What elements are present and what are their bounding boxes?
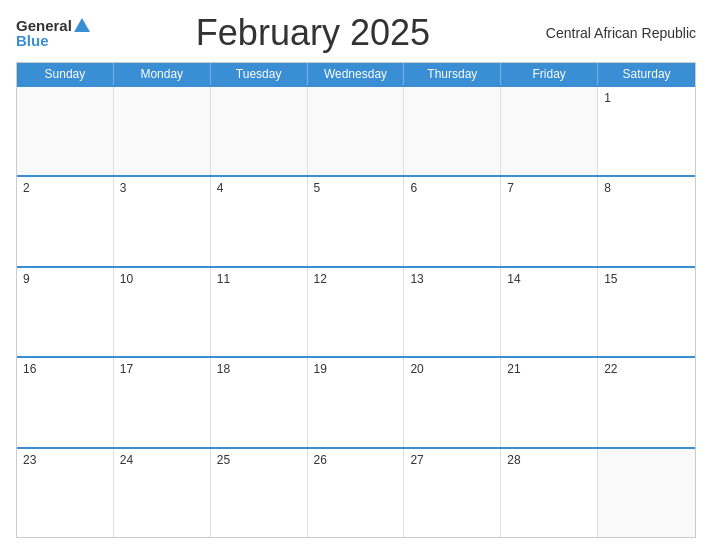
day-header: Thursday — [404, 63, 501, 85]
day-number: 8 — [604, 181, 611, 195]
day-number: 5 — [314, 181, 321, 195]
day-number: 25 — [217, 453, 230, 467]
day-cell: 23 — [17, 449, 114, 537]
day-number: 11 — [217, 272, 230, 286]
day-cell: 3 — [114, 177, 211, 265]
country-label: Central African Republic — [536, 25, 696, 41]
day-number: 24 — [120, 453, 133, 467]
day-cell — [308, 87, 405, 175]
day-number: 10 — [120, 272, 133, 286]
header: General Blue February 2025 Central Afric… — [16, 12, 696, 54]
day-number: 20 — [410, 362, 423, 376]
day-header: Tuesday — [211, 63, 308, 85]
day-cell: 18 — [211, 358, 308, 446]
day-number: 14 — [507, 272, 520, 286]
day-cell: 17 — [114, 358, 211, 446]
day-number: 13 — [410, 272, 423, 286]
day-number: 18 — [217, 362, 230, 376]
week-row: 1 — [17, 85, 695, 175]
logo-triangle-icon — [74, 18, 90, 32]
day-cell — [501, 87, 598, 175]
day-header: Wednesday — [308, 63, 405, 85]
day-number: 17 — [120, 362, 133, 376]
day-number: 26 — [314, 453, 327, 467]
day-cell: 10 — [114, 268, 211, 356]
logo-blue-text: Blue — [16, 33, 49, 48]
day-cell: 8 — [598, 177, 695, 265]
day-cell — [211, 87, 308, 175]
day-cell: 11 — [211, 268, 308, 356]
day-number: 2 — [23, 181, 30, 195]
day-number: 15 — [604, 272, 617, 286]
day-cell: 7 — [501, 177, 598, 265]
week-row: 232425262728 — [17, 447, 695, 537]
day-header: Saturday — [598, 63, 695, 85]
day-number: 22 — [604, 362, 617, 376]
day-cell — [17, 87, 114, 175]
day-header: Sunday — [17, 63, 114, 85]
day-cell: 20 — [404, 358, 501, 446]
day-cell — [404, 87, 501, 175]
day-number: 21 — [507, 362, 520, 376]
day-number: 27 — [410, 453, 423, 467]
day-cell: 25 — [211, 449, 308, 537]
day-cell: 26 — [308, 449, 405, 537]
day-number: 1 — [604, 91, 611, 105]
day-cell — [598, 449, 695, 537]
day-cell: 6 — [404, 177, 501, 265]
day-number: 12 — [314, 272, 327, 286]
week-row: 16171819202122 — [17, 356, 695, 446]
day-cell: 12 — [308, 268, 405, 356]
page: General Blue February 2025 Central Afric… — [0, 0, 712, 550]
day-cell: 5 — [308, 177, 405, 265]
day-cell: 28 — [501, 449, 598, 537]
day-cell: 19 — [308, 358, 405, 446]
day-cell: 13 — [404, 268, 501, 356]
day-header: Friday — [501, 63, 598, 85]
day-number: 19 — [314, 362, 327, 376]
week-row: 2345678 — [17, 175, 695, 265]
day-headers-row: SundayMondayTuesdayWednesdayThursdayFrid… — [17, 63, 695, 85]
day-number: 6 — [410, 181, 417, 195]
day-header: Monday — [114, 63, 211, 85]
day-cell: 14 — [501, 268, 598, 356]
day-cell: 24 — [114, 449, 211, 537]
week-row: 9101112131415 — [17, 266, 695, 356]
day-cell: 22 — [598, 358, 695, 446]
day-number: 7 — [507, 181, 514, 195]
day-cell: 9 — [17, 268, 114, 356]
day-number: 4 — [217, 181, 224, 195]
calendar: SundayMondayTuesdayWednesdayThursdayFrid… — [16, 62, 696, 538]
day-cell: 4 — [211, 177, 308, 265]
day-number: 3 — [120, 181, 127, 195]
day-cell: 16 — [17, 358, 114, 446]
day-cell: 15 — [598, 268, 695, 356]
day-number: 9 — [23, 272, 30, 286]
logo: General Blue — [16, 18, 90, 48]
logo-general-text: General — [16, 18, 72, 33]
day-number: 16 — [23, 362, 36, 376]
day-number: 23 — [23, 453, 36, 467]
day-cell: 1 — [598, 87, 695, 175]
day-number: 28 — [507, 453, 520, 467]
day-cell — [114, 87, 211, 175]
calendar-title: February 2025 — [90, 12, 536, 54]
day-cell: 2 — [17, 177, 114, 265]
weeks-container: 1234567891011121314151617181920212223242… — [17, 85, 695, 537]
day-cell: 27 — [404, 449, 501, 537]
day-cell: 21 — [501, 358, 598, 446]
